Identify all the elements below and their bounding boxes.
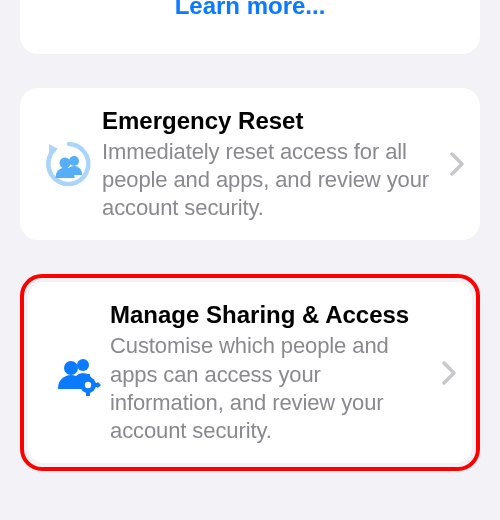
manage-sharing-row[interactable]: Manage Sharing & Access Customise which … [28, 282, 472, 463]
svg-point-2 [60, 158, 71, 169]
chevron-right-icon [450, 152, 464, 176]
svg-rect-6 [86, 374, 90, 378]
emergency-reset-row[interactable]: Emergency Reset Immediately reset access… [20, 88, 480, 240]
emergency-reset-body: Emergency Reset Immediately reset access… [102, 106, 464, 222]
emergency-reset-title: Emergency Reset [102, 106, 436, 136]
svg-point-14 [85, 382, 91, 388]
emergency-reset-subtitle: Immediately reset access for all people … [102, 138, 436, 222]
learn-more-link[interactable]: Learn more... [20, 0, 480, 54]
svg-point-3 [77, 359, 89, 371]
highlight-annotation: Manage Sharing & Access Customise which … [20, 274, 480, 471]
manage-sharing-body: Manage Sharing & Access Customise which … [110, 300, 456, 445]
svg-point-1 [69, 156, 79, 166]
manage-sharing-title: Manage Sharing & Access [110, 300, 428, 330]
reset-people-icon [36, 138, 102, 190]
manage-sharing-card: Manage Sharing & Access Customise which … [28, 282, 472, 463]
svg-rect-7 [86, 392, 90, 396]
chevron-right-icon [442, 361, 456, 385]
emergency-reset-card: Emergency Reset Immediately reset access… [20, 88, 480, 240]
manage-sharing-subtitle: Customise which people and apps can acce… [110, 332, 428, 445]
settings-page: Learn more... [0, 0, 500, 471]
info-card: Learn more... [20, 0, 480, 54]
svg-point-4 [64, 361, 78, 375]
people-gear-icon [44, 347, 110, 399]
